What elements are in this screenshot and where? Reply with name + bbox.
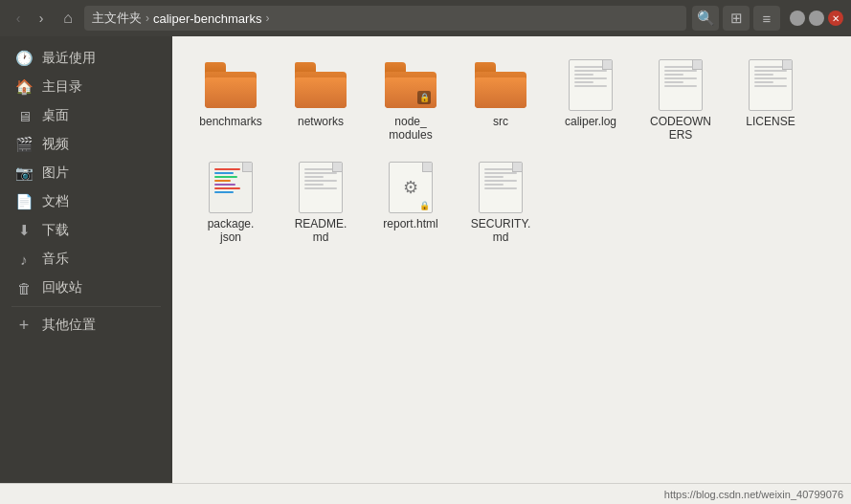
file-label-node-modules: node_modules	[389, 115, 432, 142]
breadcrumb-home[interactable]: 主文件夹	[92, 10, 142, 27]
sidebar-label-trash: 回收站	[42, 279, 82, 296]
sidebar-label-picture: 图片	[42, 164, 69, 182]
lock-icon: 🔒	[419, 201, 430, 210]
statusbar-url: https://blog.csdn.net/weixin_40799076	[664, 489, 843, 500]
back-button[interactable]: ‹	[8, 8, 29, 29]
sidebar-item-download[interactable]: ⬇ 下载	[0, 216, 172, 245]
package-icon-package-json	[205, 162, 257, 213]
folder-icon-src	[475, 59, 526, 111]
file-item-report-html[interactable]: ⚙ 🔒 report.html	[368, 154, 454, 252]
trash-icon: 🗑	[15, 279, 33, 296]
picture-icon: 📷	[15, 164, 33, 182]
breadcrumb-current[interactable]: caliper-benchmarks	[153, 11, 261, 26]
download-icon: ⬇	[15, 222, 33, 239]
sidebar-label-recent: 最近使用	[42, 50, 96, 67]
titlebar: ‹ › ⌂ 主文件夹 › caliper-benchmarks › 🔍 ⊞ ≡ …	[0, 0, 851, 36]
minimize-button[interactable]	[790, 11, 805, 26]
folder-icon-node-modules: 🔒	[385, 59, 437, 111]
main-container: 🕐 最近使用 🏠 主目录 🖥 桌面 🎬 视频 📷 图片 📄 文档 ⬇ 下载 ♪	[0, 36, 851, 483]
home-icon: 🏠	[15, 78, 33, 96]
close-button[interactable]: ✕	[828, 11, 843, 26]
file-label-caliper-log: caliper.log	[565, 115, 616, 128]
sidebar-item-home[interactable]: 🏠 主目录	[0, 73, 172, 101]
file-label-security: SECURITY.md	[471, 217, 530, 245]
sidebar-item-desktop[interactable]: 🖥 桌面	[0, 101, 172, 130]
breadcrumb-end: ›	[265, 11, 269, 25]
sidebar-item-recent[interactable]: 🕐 最近使用	[0, 44, 172, 73]
breadcrumb-separator: ›	[146, 11, 149, 25]
nav-controls: ‹ ›	[8, 8, 52, 29]
sidebar-label-music: 音乐	[42, 251, 69, 268]
sidebar-item-music[interactable]: ♪ 音乐	[0, 245, 172, 274]
text-file-icon-license	[745, 59, 796, 111]
sidebar-divider	[11, 306, 161, 307]
file-grid: benchmarks networks	[188, 52, 836, 252]
file-item-networks[interactable]: networks	[278, 52, 364, 150]
html-file-icon-report: ⚙ 🔒	[385, 162, 437, 213]
sidebar-label-other: 其他位置	[42, 317, 96, 334]
desktop-icon: 🖥	[15, 107, 33, 124]
file-label-src: src	[493, 115, 508, 128]
file-item-codeowners[interactable]: CODEOWNERS	[638, 52, 724, 150]
text-file-icon-readme	[295, 162, 347, 213]
file-item-package-json[interactable]: package.json	[188, 154, 274, 252]
sidebar-item-video[interactable]: 🎬 视频	[0, 130, 172, 159]
file-item-benchmarks[interactable]: benchmarks	[188, 52, 274, 150]
sidebar: 🕐 最近使用 🏠 主目录 🖥 桌面 🎬 视频 📷 图片 📄 文档 ⬇ 下载 ♪	[0, 36, 172, 483]
home-button[interactable]: ⌂	[57, 8, 78, 29]
music-icon: ♪	[15, 251, 33, 268]
text-file-icon-security	[475, 162, 526, 213]
sidebar-item-other[interactable]: + 其他位置	[0, 311, 172, 340]
maximize-button[interactable]	[809, 11, 824, 26]
sidebar-item-document[interactable]: 📄 文档	[0, 187, 172, 216]
folder-icon-benchmarks	[205, 59, 257, 111]
forward-button[interactable]: ›	[31, 8, 52, 29]
gear-icon: ⚙	[403, 177, 418, 198]
text-file-icon-caliper-log	[565, 59, 616, 111]
other-icon: +	[15, 317, 33, 334]
window-controls: ✕	[790, 11, 843, 26]
text-file-icon-codeowners	[655, 59, 706, 111]
sidebar-label-document: 文档	[42, 193, 69, 210]
file-item-license[interactable]: LICENSE	[728, 52, 814, 150]
sidebar-item-picture[interactable]: 📷 图片	[0, 159, 172, 187]
view-button[interactable]: ⊞	[723, 6, 750, 31]
file-item-caliper-log[interactable]: caliper.log	[548, 52, 634, 150]
file-label-benchmarks: benchmarks	[199, 115, 261, 128]
menu-button[interactable]: ≡	[753, 6, 780, 31]
search-button[interactable]: 🔍	[692, 6, 719, 31]
file-label-license: LICENSE	[746, 115, 795, 128]
file-item-security[interactable]: SECURITY.md	[458, 154, 544, 252]
document-icon: 📄	[15, 193, 33, 210]
recent-icon: 🕐	[15, 50, 33, 67]
file-label-networks: networks	[298, 115, 344, 128]
toolbar-actions: 🔍 ⊞ ≡	[692, 6, 780, 31]
file-label-report-html: report.html	[383, 217, 437, 230]
file-item-src[interactable]: src	[458, 52, 544, 150]
breadcrumb: 主文件夹 › caliper-benchmarks ›	[84, 6, 686, 31]
folder-icon-networks	[295, 59, 347, 111]
sidebar-label-desktop: 桌面	[42, 107, 69, 124]
sidebar-label-home: 主目录	[42, 78, 82, 96]
file-label-codeowners: CODEOWNERS	[650, 115, 711, 142]
file-label-readme: README.md	[295, 217, 347, 245]
sidebar-item-trash[interactable]: 🗑 回收站	[0, 274, 172, 302]
sidebar-label-download: 下载	[42, 222, 69, 239]
statusbar: https://blog.csdn.net/weixin_40799076	[0, 483, 851, 504]
file-area: benchmarks networks	[172, 36, 851, 483]
lock-badge: 🔒	[417, 91, 431, 104]
file-item-node-modules[interactable]: 🔒 node_modules	[368, 52, 454, 150]
file-label-package-json: package.json	[208, 217, 255, 245]
video-icon: 🎬	[15, 136, 33, 153]
file-item-readme[interactable]: README.md	[278, 154, 364, 252]
sidebar-label-video: 视频	[42, 136, 69, 153]
